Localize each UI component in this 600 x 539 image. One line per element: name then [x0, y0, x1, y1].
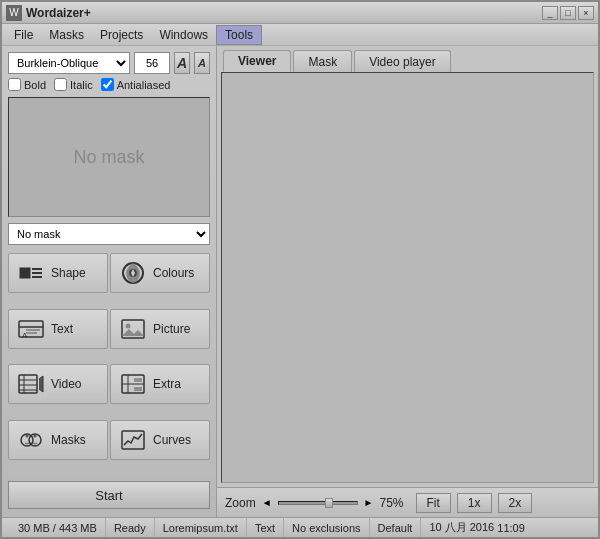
font-row: Burklein-Oblique A A: [8, 52, 210, 74]
window-title: Wordaizer+: [26, 6, 91, 20]
svg-point-12: [126, 323, 131, 328]
app-icon: W: [6, 5, 22, 21]
zoom-1x-button[interactable]: 1x: [457, 493, 492, 513]
minimize-button[interactable]: _: [542, 6, 558, 20]
status-exclusions: No exclusions: [284, 518, 369, 537]
zoom-fit-button[interactable]: Fit: [416, 493, 451, 513]
tool-picture-label: Picture: [153, 322, 190, 336]
status-default: Default: [370, 518, 422, 537]
zoom-percent: 75%: [380, 496, 410, 510]
titlebar-left: W Wordaizer+: [6, 5, 91, 21]
tool-curves[interactable]: Curves: [110, 420, 210, 460]
left-panel: Burklein-Oblique A A Bold Italic Ant: [2, 46, 217, 517]
right-panel: Viewer Mask Video player Zoom ◄ ► 75% Fi…: [217, 46, 598, 517]
tab-video-player[interactable]: Video player: [354, 50, 451, 72]
menu-windows[interactable]: Windows: [151, 26, 216, 44]
zoom-slider[interactable]: [278, 501, 358, 505]
svg-point-28: [34, 434, 37, 437]
bold-checkbox[interactable]: [8, 78, 21, 91]
video-icon: [17, 370, 45, 398]
viewer-area: [221, 72, 594, 483]
text-icon: A: [17, 315, 45, 343]
tab-viewer[interactable]: Viewer: [223, 50, 291, 72]
tool-picture[interactable]: Picture: [110, 309, 210, 349]
statusbar: 30 MB / 443 MB Ready Loremipsum.txt Text…: [2, 517, 598, 537]
tool-shape[interactable]: Shape: [8, 253, 108, 293]
start-button-area: Start: [8, 477, 210, 511]
tool-text-label: Text: [51, 322, 73, 336]
font-size-input[interactable]: [134, 52, 170, 74]
tool-extra[interactable]: Extra: [110, 364, 210, 404]
curves-icon: [119, 426, 147, 454]
svg-rect-0: [20, 268, 30, 278]
style-row: Bold Italic Antialiased: [8, 78, 210, 91]
menubar: File Masks Projects Windows Tools: [2, 24, 598, 46]
zoom-bar: Zoom ◄ ► 75% Fit 1x 2x: [217, 487, 598, 517]
start-button[interactable]: Start: [8, 481, 210, 509]
zoom-minus-icon: ◄: [262, 497, 272, 508]
main-window: W Wordaizer+ _ □ × File Masks Projects W…: [0, 0, 600, 539]
zoom-slider-thumb[interactable]: [325, 498, 333, 508]
tool-colours[interactable]: Colours: [110, 253, 210, 293]
tool-shape-label: Shape: [51, 266, 86, 280]
tool-curves-label: Curves: [153, 433, 191, 447]
font-size-increase-button[interactable]: A: [174, 52, 190, 74]
status-memory: 30 MB / 443 MB: [10, 518, 106, 537]
mask-dropdown[interactable]: No mask: [8, 223, 210, 245]
font-size-decrease-button[interactable]: A: [194, 52, 210, 74]
masks-icon: [17, 426, 45, 454]
tool-text[interactable]: A Text: [8, 309, 108, 349]
tab-mask[interactable]: Mask: [293, 50, 352, 72]
tool-colours-label: Colours: [153, 266, 194, 280]
titlebar: W Wordaizer+ _ □ ×: [2, 2, 598, 24]
picture-icon: [119, 315, 147, 343]
extra-icon: [119, 370, 147, 398]
colours-icon: [119, 259, 147, 287]
status-mode: Text: [247, 518, 284, 537]
zoom-plus-icon: ►: [364, 497, 374, 508]
titlebar-controls: _ □ ×: [542, 6, 594, 20]
tool-video-label: Video: [51, 377, 81, 391]
close-button[interactable]: ×: [578, 6, 594, 20]
italic-label[interactable]: Italic: [54, 78, 93, 91]
italic-checkbox[interactable]: [54, 78, 67, 91]
svg-point-27: [26, 434, 29, 437]
main-content: Burklein-Oblique A A Bold Italic Ant: [2, 46, 598, 517]
menu-masks[interactable]: Masks: [41, 26, 92, 44]
zoom-2x-button[interactable]: 2x: [498, 493, 533, 513]
menu-projects[interactable]: Projects: [92, 26, 151, 44]
tool-masks-label: Masks: [51, 433, 86, 447]
preview-text: No mask: [73, 147, 144, 168]
status-datetime: 10 八月 2016 11:09: [421, 518, 532, 537]
status-ready: Ready: [106, 518, 155, 537]
zoom-label: Zoom: [225, 496, 256, 510]
tabs-bar: Viewer Mask Video player: [217, 46, 598, 72]
tool-masks[interactable]: Masks: [8, 420, 108, 460]
bold-label[interactable]: Bold: [8, 78, 46, 91]
font-select[interactable]: Burklein-Oblique: [8, 52, 130, 74]
tool-video[interactable]: Video: [8, 364, 108, 404]
maximize-button[interactable]: □: [560, 6, 576, 20]
status-file: Loremipsum.txt: [155, 518, 247, 537]
menu-tools[interactable]: Tools: [216, 25, 262, 45]
antialiased-label[interactable]: Antialiased: [101, 78, 171, 91]
tool-extra-label: Extra: [153, 377, 181, 391]
antialiased-checkbox[interactable]: [101, 78, 114, 91]
menu-file[interactable]: File: [6, 26, 41, 44]
shape-icon: [17, 259, 45, 287]
svg-text:A: A: [22, 331, 28, 340]
tools-grid: Shape Colours: [8, 253, 210, 473]
mask-preview: No mask: [8, 97, 210, 217]
